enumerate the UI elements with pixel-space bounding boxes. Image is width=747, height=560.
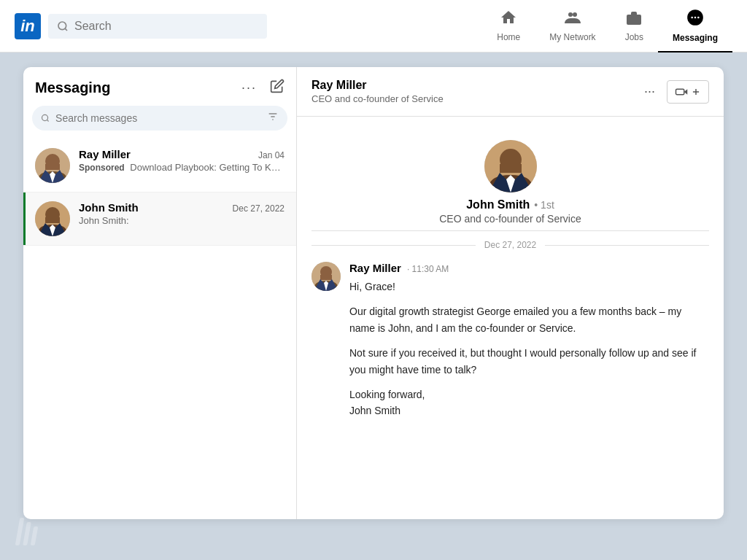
nav-items: Home My Network Jobs Messaging [482, 0, 732, 52]
degree-badge: • 1st [534, 199, 554, 211]
message-sender-row: Ray Miller · 11:30 AM [349, 262, 709, 274]
svg-point-8 [697, 16, 700, 18]
chat-body: John Smith • 1st CEO and co-founder of S… [297, 117, 724, 519]
conv-name: John Smith [79, 201, 139, 214]
chat-header-info: Ray Miller CEO and co-founder of Service [311, 79, 444, 104]
watermark [18, 518, 36, 545]
video-icon [675, 85, 688, 98]
compose-button[interactable] [270, 79, 285, 97]
svg-point-2 [568, 12, 573, 17]
message-paragraph-2: Our digital growth strategist George ema… [349, 303, 709, 336]
conv-info: Ray Miller Jan 04 Sponsored Download Pla… [79, 148, 285, 173]
svg-point-9 [42, 114, 48, 120]
contact-title: CEO and co-founder of Service [439, 213, 581, 225]
svg-point-0 [58, 22, 66, 30]
search-icon [57, 20, 69, 32]
svg-rect-19 [45, 217, 60, 223]
home-icon [500, 9, 517, 29]
nav-item-home[interactable]: Home [482, 0, 535, 52]
conversation-item[interactable]: John Smith Dec 27, 2022 John Smith: [23, 192, 296, 246]
nav-label-jobs: Jobs [625, 32, 643, 42]
search-bar[interactable] [48, 14, 267, 39]
sidebar-title: Messaging [35, 79, 110, 96]
message-content: Ray Miller · 11:30 AM Hi, Grace! Our dig… [349, 262, 709, 419]
svg-rect-4 [627, 15, 641, 25]
message-time: · 11:30 AM [407, 264, 449, 274]
message: Ray Miller · 11:30 AM Hi, Grace! Our dig… [311, 262, 709, 419]
search-messages-icon [41, 113, 50, 123]
conv-name: Ray Miller [79, 148, 131, 160]
svg-rect-16 [45, 164, 60, 170]
message-sender-name: Ray Miller [349, 262, 401, 274]
nav-label-home: Home [497, 32, 520, 42]
jobs-icon [625, 9, 643, 29]
svg-point-3 [573, 12, 577, 17]
main-area: Messaging ··· [0, 52, 747, 560]
nav-item-jobs[interactable]: Jobs [611, 0, 658, 52]
message-paragraph-1: Hi, Grace! [349, 279, 709, 295]
messaging-panel: Messaging ··· [23, 67, 724, 519]
contact-card: John Smith • 1st CEO and co-founder of S… [311, 128, 709, 231]
message-avatar [311, 262, 341, 291]
svg-line-1 [65, 28, 67, 31]
nav-item-messaging[interactable]: Messaging [658, 0, 732, 52]
nav-item-network[interactable]: My Network [535, 0, 610, 52]
conversation-item[interactable]: Ray Miller Jan 04 Sponsored Download Pla… [23, 139, 296, 192]
conv-preview: Sponsored Download Playbook: Getting To … [79, 162, 285, 173]
sidebar-more-button[interactable]: ··· [237, 79, 261, 97]
chat-header-actions: ··· [641, 80, 709, 104]
conv-preview-text: Download Playbook: Getting To Know Your … [130, 162, 285, 173]
more-options-button[interactable]: ··· [641, 81, 658, 102]
search-messages-bar[interactable] [32, 106, 287, 131]
avatar [35, 148, 70, 183]
video-call-button[interactable] [667, 80, 709, 104]
date-divider-text: Dec 27, 2022 [484, 240, 536, 250]
svg-rect-20 [676, 89, 684, 95]
plus-icon [691, 87, 701, 97]
conv-date: Jan 04 [258, 150, 285, 160]
contact-name-row: John Smith • 1st [466, 198, 554, 211]
chat-area: Ray Miller CEO and co-founder of Service… [297, 67, 724, 519]
sponsored-badge: Sponsored [79, 163, 125, 173]
svg-point-7 [694, 16, 697, 18]
conv-info: John Smith Dec 27, 2022 John Smith: [79, 201, 285, 226]
linkedin-logo[interactable]: in [15, 13, 41, 39]
sidebar-header: Messaging ··· [23, 67, 296, 106]
message-paragraph-3: Not sure if you received it, but thought… [349, 345, 709, 378]
sidebar-actions: ··· [237, 79, 285, 97]
messaging-icon [686, 8, 705, 30]
contact-card-avatar [484, 140, 537, 192]
message-paragraph-4: Looking forward,John Smith [349, 386, 709, 419]
conv-preview: John Smith: [79, 215, 285, 226]
conv-date: Dec 27, 2022 [233, 203, 285, 214]
conversation-list: Ray Miller Jan 04 Sponsored Download Pla… [23, 139, 296, 519]
search-messages-input[interactable] [55, 112, 261, 124]
svg-point-6 [691, 16, 693, 18]
svg-line-10 [47, 120, 48, 121]
top-navigation: in Home My Network Jobs [0, 0, 747, 52]
nav-label-network: My Network [549, 32, 595, 42]
messaging-sidebar: Messaging ··· [23, 67, 297, 519]
nav-label-messaging: Messaging [673, 33, 718, 43]
search-input[interactable] [74, 20, 258, 33]
message-text: Hi, Grace! Our digital growth strategist… [349, 279, 709, 419]
network-icon [564, 9, 581, 29]
contact-name: John Smith [466, 198, 530, 211]
chat-header: Ray Miller CEO and co-founder of Service… [297, 67, 724, 117]
svg-rect-26 [500, 164, 522, 173]
avatar [35, 201, 70, 236]
filter-icon[interactable] [267, 111, 279, 125]
date-divider: Dec 27, 2022 [311, 240, 709, 250]
chat-contact-name: Ray Miller [311, 79, 444, 92]
svg-rect-29 [320, 275, 332, 280]
chat-contact-subtitle: CEO and co-founder of Service [311, 93, 444, 104]
